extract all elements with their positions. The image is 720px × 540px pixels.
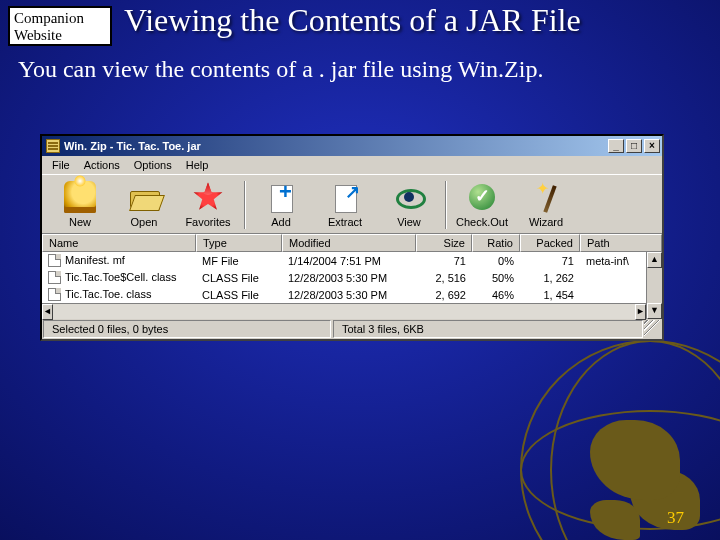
cell-type: CLASS File — [196, 269, 282, 286]
tool-new[interactable]: New — [48, 179, 112, 231]
scroll-down-button[interactable]: ▼ — [647, 303, 662, 319]
header-ratio[interactable]: Ratio — [472, 234, 520, 252]
window-title: Win. Zip - Tic. Tac. Toe. jar — [64, 140, 608, 152]
tool-extract-label: Extract — [313, 216, 377, 228]
file-icon — [48, 271, 61, 284]
column-headers: Name Type Modified Size Ratio Packed Pat… — [42, 233, 662, 252]
globe-decoration — [520, 340, 720, 540]
tool-extract[interactable]: Extract — [313, 179, 377, 231]
extract-icon — [329, 181, 361, 213]
cell-size: 2, 516 — [416, 269, 472, 286]
favorites-icon — [192, 181, 224, 213]
toolbar-separator-2 — [445, 181, 446, 229]
file-list: Manifest. mf MF File 1/14/2004 7:51 PM 7… — [42, 252, 646, 303]
menu-help[interactable]: Help — [180, 158, 215, 172]
tool-wizard-label: Wizard — [514, 216, 578, 228]
tool-checkout-label: Check.Out — [450, 216, 514, 228]
status-bar: Selected 0 files, 0 bytes Total 3 files,… — [42, 319, 662, 339]
badge-line1: Companion — [14, 10, 106, 27]
maximize-button[interactable]: □ — [626, 139, 642, 153]
menu-file[interactable]: File — [46, 158, 76, 172]
status-total: Total 3 files, 6KB — [333, 320, 643, 338]
cell-packed: 1, 262 — [520, 269, 580, 286]
tool-add-label: Add — [249, 216, 313, 228]
cell-path: meta-inf\ — [580, 252, 646, 269]
vertical-scrollbar[interactable]: ▲ ▼ — [646, 252, 662, 319]
page-title: Viewing the Contents of a JAR File — [124, 2, 581, 39]
tool-view-label: View — [377, 216, 441, 228]
cell-packed: 1, 454 — [520, 286, 580, 303]
page-number: 37 — [667, 508, 684, 528]
cell-ratio: 0% — [472, 252, 520, 269]
resize-grip[interactable] — [644, 320, 662, 338]
cell-packed: 71 — [520, 252, 580, 269]
toolbar: New Open Favorites Add Extract View Chec… — [42, 174, 662, 233]
cell-name: Tic.Tac.Toe$Cell. class — [65, 270, 176, 285]
scroll-left-button[interactable]: ◄ — [42, 304, 53, 320]
cell-ratio: 46% — [472, 286, 520, 303]
scroll-up-button[interactable]: ▲ — [647, 252, 662, 268]
header-packed[interactable]: Packed — [520, 234, 580, 252]
cell-modified: 12/28/2003 5:30 PM — [282, 286, 416, 303]
cell-modified: 1/14/2004 7:51 PM — [282, 252, 416, 269]
cell-size: 2, 692 — [416, 286, 472, 303]
header-name[interactable]: Name — [42, 234, 196, 252]
table-row[interactable]: Tic.Tac.Toe$Cell. class CLASS File 12/28… — [42, 269, 646, 286]
open-icon — [128, 181, 160, 213]
header-size[interactable]: Size — [416, 234, 472, 252]
table-row[interactable]: Tic.Tac.Toe. class CLASS File 12/28/2003… — [42, 286, 646, 303]
badge-line2: Website — [14, 27, 106, 44]
winzip-icon — [46, 139, 60, 153]
titlebar[interactable]: Win. Zip - Tic. Tac. Toe. jar _ □ × — [42, 136, 662, 156]
view-icon — [393, 181, 425, 213]
cell-path — [580, 286, 646, 303]
tool-add[interactable]: Add — [249, 179, 313, 231]
cell-modified: 12/28/2003 5:30 PM — [282, 269, 416, 286]
header-modified[interactable]: Modified — [282, 234, 416, 252]
tool-open-label: Open — [112, 216, 176, 228]
tool-view[interactable]: View — [377, 179, 441, 231]
cell-name: Manifest. mf — [65, 253, 125, 268]
cell-type: MF File — [196, 252, 282, 269]
tool-new-label: New — [48, 216, 112, 228]
scroll-track[interactable] — [53, 304, 635, 319]
menu-options[interactable]: Options — [128, 158, 178, 172]
wizard-icon — [530, 181, 562, 213]
cell-path — [580, 269, 646, 286]
add-icon — [265, 181, 297, 213]
tool-fav-label: Favorites — [176, 216, 240, 228]
cell-type: CLASS File — [196, 286, 282, 303]
winzip-window: Win. Zip - Tic. Tac. Toe. jar _ □ × File… — [40, 134, 664, 341]
cell-ratio: 50% — [472, 269, 520, 286]
tool-open[interactable]: Open — [112, 179, 176, 231]
minimize-button[interactable]: _ — [608, 139, 624, 153]
scroll-right-button[interactable]: ► — [635, 304, 646, 320]
toolbar-separator — [244, 181, 245, 229]
menu-actions[interactable]: Actions — [78, 158, 126, 172]
horizontal-scrollbar[interactable]: ◄ ► — [42, 303, 646, 319]
new-icon — [64, 181, 96, 213]
close-button[interactable]: × — [644, 139, 660, 153]
status-selected: Selected 0 files, 0 bytes — [43, 320, 331, 338]
checkout-icon — [466, 181, 498, 213]
tool-checkout[interactable]: Check.Out — [450, 179, 514, 231]
cell-name: Tic.Tac.Toe. class — [65, 287, 151, 302]
file-icon — [48, 254, 61, 267]
header-path[interactable]: Path — [580, 234, 662, 252]
tool-wizard[interactable]: Wizard — [514, 179, 578, 231]
table-row[interactable]: Manifest. mf MF File 1/14/2004 7:51 PM 7… — [42, 252, 646, 269]
file-icon — [48, 288, 61, 301]
header-type[interactable]: Type — [196, 234, 282, 252]
cell-size: 71 — [416, 252, 472, 269]
tool-favorites[interactable]: Favorites — [176, 179, 240, 231]
page-subtitle: You can view the contents of a . jar fil… — [18, 54, 618, 84]
companion-website-badge: Companion Website — [8, 6, 112, 46]
menubar: File Actions Options Help — [42, 156, 662, 174]
